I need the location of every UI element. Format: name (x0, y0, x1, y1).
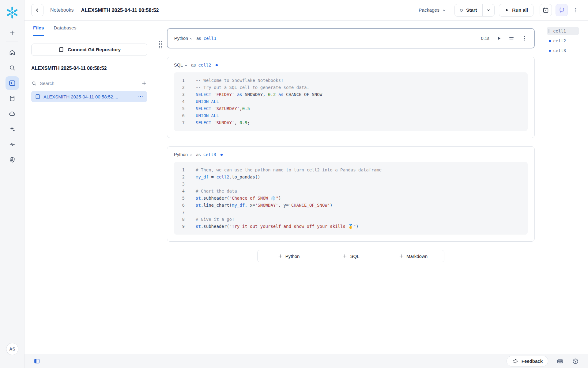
line-number: 7 (174, 119, 190, 126)
run-cell-icon[interactable] (496, 36, 502, 41)
cell-language-dropdown[interactable]: Python (174, 152, 188, 157)
bottom-bar: Feedback (24, 354, 588, 368)
tab-files[interactable]: Files (33, 21, 44, 36)
cell-more-menu-icon[interactable] (521, 35, 527, 41)
line-number: 6 (174, 202, 190, 209)
plus-icon[interactable] (9, 29, 16, 36)
search-input[interactable] (40, 81, 138, 86)
line-content: # Chart the data (190, 188, 528, 195)
line-content: SELECT 'SATURDAY',0.5 (190, 105, 528, 112)
sidebar-item-projects[interactable] (6, 76, 19, 90)
cell-language-dropdown[interactable]: Python (174, 36, 188, 41)
line-number: 1 (174, 77, 190, 84)
add-markdown-cell-button[interactable]: Markdown (382, 250, 444, 262)
toggle-sidebar-icon[interactable] (34, 358, 40, 364)
feedback-button[interactable]: Feedback (507, 356, 548, 366)
sidebar-item-data[interactable] (6, 92, 19, 105)
sidebar-item-home[interactable] (6, 46, 19, 59)
cell-format-icon[interactable] (508, 35, 514, 41)
file-item-more-icon[interactable] (138, 94, 143, 99)
cell-modified-dot (216, 64, 218, 66)
line-number: 9 (174, 223, 190, 230)
line-content: my_df = cell2.to_pandas() (190, 174, 528, 181)
code-line: 1# Then, we can use the python name to t… (174, 167, 528, 174)
code-editor[interactable]: 1-- Welcome to Snowflake Notebooks!2-- T… (174, 72, 528, 131)
notebook-cell-cell1[interactable]: Pythonascell10.1s (167, 28, 535, 48)
git-repository-icon (58, 46, 65, 53)
notebook-cell-cell2[interactable]: SQLascell21-- Welcome to Snowflake Noteb… (167, 57, 535, 138)
copilot-button[interactable] (556, 4, 568, 16)
cell-header: SQLascell2 (174, 63, 528, 67)
chevron-down-icon (442, 8, 447, 13)
outline-item-cell2[interactable]: cell2 (547, 37, 579, 44)
plus-icon (278, 254, 283, 259)
cell-header: Pythonascell10.1s (174, 35, 527, 41)
schedule-button[interactable] (540, 4, 552, 16)
sidebar-item-governance[interactable] (6, 153, 19, 167)
outline-item-cell1[interactable]: cell1 (547, 27, 579, 35)
notebook-file-icon (35, 94, 40, 99)
line-content: UNION ALL (190, 112, 528, 119)
sidebar-item-monitoring[interactable] (6, 138, 19, 151)
line-content: -- Welcome to Snowflake Notebooks! (190, 77, 528, 84)
file-list-item[interactable]: ALEXSMITH 2025-04-11 00:58:52.... (31, 91, 147, 102)
line-content: st.subheader("Try it out yourself and sh… (190, 223, 528, 230)
code-line: 3SELECT 'FRIDAY' as SNOWDAY, 0.2 as CHAN… (174, 91, 528, 98)
line-content: st.line_chart(my_df, x='SNOWDAY', y='CHA… (190, 202, 528, 209)
code-line: 5st.subheader("Chance of SNOW ❄️") (174, 195, 528, 202)
notebook-heading: ALEXSMITH 2025-04-11 00:58:52 (31, 66, 147, 71)
sidebar-item-search[interactable] (6, 61, 19, 75)
header-more-menu[interactable] (571, 4, 580, 16)
code-editor[interactable]: 1# Then, we can use the python name to t… (174, 162, 528, 235)
notebook-cell-cell3[interactable]: Pythonascell31# Then, we can use the pyt… (167, 146, 535, 242)
avatar[interactable]: AS (6, 343, 18, 355)
panel-tabs: FilesDatabases (24, 21, 154, 36)
run-all-label: Run all (512, 7, 528, 13)
add-sql-cell-button[interactable]: SQL (320, 250, 382, 262)
file-search-row (31, 80, 147, 86)
modified-dot (549, 40, 551, 42)
snowflake-logo (6, 6, 19, 19)
line-content: UNION ALL (190, 98, 528, 105)
run-all-button[interactable]: Run all (499, 4, 533, 17)
line-content: st.subheader("Chance of SNOW ❄️") (190, 195, 528, 202)
sidebar-item-cloud[interactable] (6, 107, 19, 121)
keyboard-shortcuts-icon[interactable] (557, 358, 564, 365)
outline-label: cell3 (553, 48, 566, 53)
add-python-cell-button[interactable]: Python (258, 250, 320, 262)
add-file-icon[interactable] (141, 80, 147, 86)
code-line: 2my_df = cell2.to_pandas() (174, 174, 528, 181)
calendar-icon (542, 7, 549, 13)
code-line: 1-- Welcome to Snowflake Notebooks! (174, 77, 528, 84)
add-cell-label: Python (285, 254, 300, 259)
page-title: ALEXSMITH 2025-04-11 00:58:52 (81, 7, 159, 13)
start-label: Start (466, 7, 477, 13)
cell-drag-handle-icon[interactable] (159, 40, 162, 49)
start-button[interactable]: Start (455, 4, 482, 16)
line-number: 2 (174, 84, 190, 91)
line-number: 5 (174, 105, 190, 112)
start-options-button[interactable] (482, 4, 494, 16)
line-number: 3 (174, 91, 190, 98)
play-icon (504, 8, 509, 13)
files-panel: FilesDatabases Connect Git Repository AL… (24, 21, 154, 354)
connect-git-button[interactable]: Connect Git Repository (31, 44, 147, 56)
help-icon[interactable] (572, 358, 579, 365)
cell-name[interactable]: cell1 (203, 36, 216, 41)
search-icon (31, 81, 37, 86)
breadcrumb[interactable]: Notebooks (50, 7, 74, 13)
code-line: 7 (174, 209, 528, 216)
cell-name[interactable]: cell3 (203, 152, 216, 157)
cell-duration: 0.1s (481, 36, 489, 41)
cell-language-dropdown[interactable]: SQL (174, 63, 183, 67)
code-line: 9st.subheader("Try it out yourself and s… (174, 223, 528, 230)
projects-icon (9, 79, 16, 87)
packages-dropdown[interactable]: Packages (419, 7, 447, 13)
chevron-down-icon (184, 63, 188, 67)
cell-name[interactable]: cell2 (198, 63, 211, 67)
plus-icon (399, 254, 404, 259)
back-button[interactable] (31, 4, 43, 16)
sidebar-item-ai-sparkles[interactable] (6, 122, 19, 136)
outline-item-cell3[interactable]: cell3 (547, 47, 579, 54)
tab-databases[interactable]: Databases (54, 21, 76, 36)
